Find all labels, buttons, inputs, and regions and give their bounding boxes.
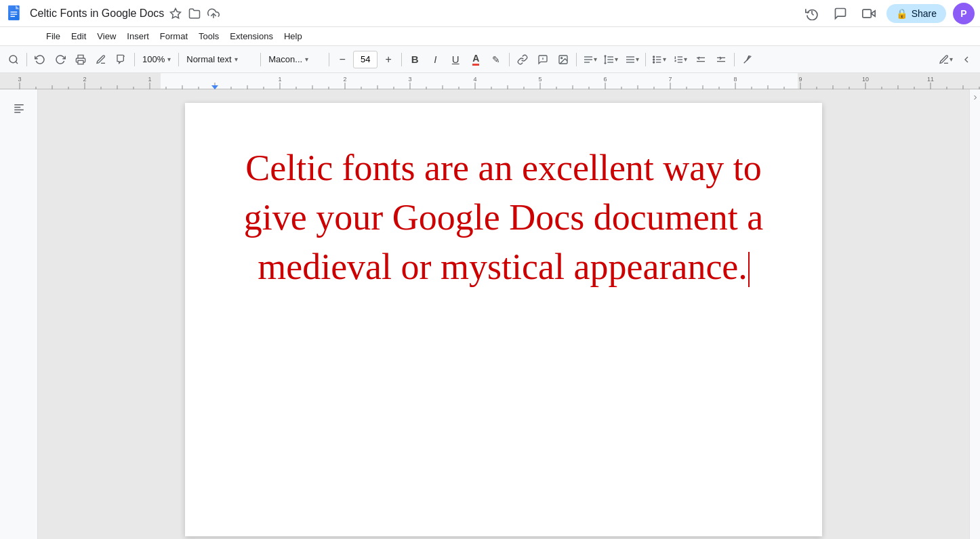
ruler xyxy=(0,73,980,89)
decrease-indent-button[interactable] xyxy=(691,49,710,70)
separator-5 xyxy=(329,53,329,66)
svg-point-30 xyxy=(653,62,655,63)
zoom-label: 100% xyxy=(142,54,165,64)
undo-button[interactable] xyxy=(30,49,49,70)
history-button[interactable] xyxy=(801,3,823,24)
paragraph-arrow-icon: ▾ xyxy=(234,56,238,63)
underline-button[interactable]: U xyxy=(446,49,465,70)
left-sidebar xyxy=(0,89,38,539)
svg-marker-5 xyxy=(171,8,181,18)
cloud-save-button[interactable] xyxy=(206,6,221,21)
document-title: Celtic Fonts in Google Docs xyxy=(30,7,164,20)
menu-bar: File Edit View Insert Format Tools Exten… xyxy=(0,27,980,46)
image-button[interactable] xyxy=(554,49,573,70)
italic-button[interactable]: I xyxy=(426,49,445,70)
meet-button[interactable] xyxy=(858,3,880,24)
paint-format-button[interactable] xyxy=(112,49,131,70)
separator-10 xyxy=(734,53,735,66)
svg-marker-6 xyxy=(871,10,875,16)
font-label: Macon... xyxy=(268,54,302,64)
svg-point-29 xyxy=(653,59,655,60)
font-size-input[interactable]: 54 xyxy=(353,51,377,68)
editing-mode-button[interactable]: ▾ xyxy=(936,49,956,70)
format-options-button[interactable]: ▾ xyxy=(622,49,642,70)
star-button[interactable] xyxy=(168,6,183,21)
document-content[interactable]: Celtic fonts are an excellent way to giv… xyxy=(239,144,768,292)
menu-format[interactable]: Format xyxy=(155,29,193,43)
text-color-button[interactable]: A xyxy=(466,49,485,70)
menu-view[interactable]: View xyxy=(91,29,121,43)
doc-icon xyxy=(5,4,24,23)
numbered-list-button[interactable]: ▾ xyxy=(670,49,690,70)
link-button[interactable] xyxy=(513,49,532,70)
font-select[interactable]: Macon... ▾ xyxy=(264,50,325,69)
separator-4 xyxy=(260,53,261,66)
highlight-button[interactable]: ✎ xyxy=(487,49,506,70)
spellcheck-button[interactable] xyxy=(91,49,110,70)
separator-2 xyxy=(134,53,135,66)
toolbar: 100% ▾ Normal text ▾ Macon... ▾ − 54 + B… xyxy=(0,46,980,73)
menu-file[interactable]: File xyxy=(41,29,66,43)
menu-edit[interactable]: Edit xyxy=(66,29,91,43)
menu-extensions[interactable]: Extensions xyxy=(224,29,279,43)
title-icons xyxy=(168,6,221,21)
paragraph-style-label: Normal text xyxy=(186,54,231,64)
decrease-font-button[interactable]: − xyxy=(333,49,352,70)
document-page: Celtic fonts are an excellent way to giv… xyxy=(185,103,822,536)
svg-point-28 xyxy=(653,56,655,58)
separator-6 xyxy=(401,53,402,66)
ruler-canvas xyxy=(0,73,980,89)
search-button[interactable] xyxy=(4,49,23,70)
font-size-controls: − 54 + xyxy=(333,49,398,70)
increase-indent-button[interactable] xyxy=(712,49,731,70)
share-button[interactable]: 🔒 Share xyxy=(886,4,946,23)
add-comment-button[interactable] xyxy=(533,49,552,70)
comments-button[interactable] xyxy=(830,3,851,24)
separator-7 xyxy=(509,53,510,66)
print-button[interactable] xyxy=(71,49,90,70)
separator-9 xyxy=(645,53,646,66)
title-bar: Celtic Fonts in Google Docs xyxy=(0,0,980,27)
clear-formatting-button[interactable] xyxy=(738,49,757,70)
svg-rect-7 xyxy=(862,9,871,18)
align-button[interactable]: ▾ xyxy=(580,49,600,70)
separator-8 xyxy=(576,53,577,66)
user-avatar[interactable]: P xyxy=(953,3,975,24)
bold-button[interactable]: B xyxy=(405,49,424,70)
menu-help[interactable]: Help xyxy=(279,29,308,43)
menu-tools[interactable]: Tools xyxy=(193,29,224,43)
separator-3 xyxy=(178,53,179,66)
outline-button[interactable] xyxy=(7,96,31,121)
collapse-button[interactable] xyxy=(957,49,976,70)
move-to-folder-button[interactable] xyxy=(187,6,202,21)
svg-line-9 xyxy=(16,62,18,64)
bullet-list-button[interactable]: ▾ xyxy=(649,49,669,70)
line-spacing-button[interactable]: ▾ xyxy=(601,49,621,70)
svg-rect-10 xyxy=(78,60,83,64)
increase-font-button[interactable]: + xyxy=(379,49,398,70)
zoom-select[interactable]: 100% ▾ xyxy=(138,50,175,69)
svg-point-14 xyxy=(561,57,563,58)
scroll-area[interactable]: Celtic fonts are an excellent way to giv… xyxy=(38,89,969,539)
svg-point-8 xyxy=(9,56,17,63)
main-area: Celtic fonts are an excellent way to giv… xyxy=(0,89,980,539)
share-label: Share xyxy=(912,8,937,19)
text-cursor xyxy=(748,252,750,286)
right-panel-toggle[interactable] xyxy=(969,89,980,539)
font-arrow-icon: ▾ xyxy=(305,56,308,63)
menu-insert[interactable]: Insert xyxy=(121,29,155,43)
zoom-arrow-icon: ▾ xyxy=(167,56,171,63)
paragraph-style-select[interactable]: Normal text ▾ xyxy=(182,50,257,69)
separator-1 xyxy=(26,53,27,66)
redo-button[interactable] xyxy=(51,49,70,70)
top-right-controls: 🔒 Share P xyxy=(801,3,975,24)
lock-icon: 🔒 xyxy=(896,8,907,19)
